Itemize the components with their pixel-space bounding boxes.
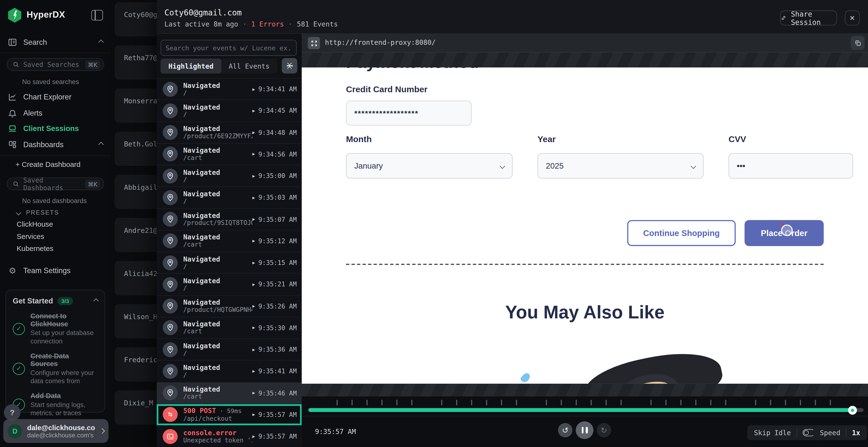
cvv-input[interactable]: ••• xyxy=(728,153,853,179)
sidebar-item-alerts[interactable]: Alerts xyxy=(8,108,42,118)
session-card[interactable]: Retha77@ xyxy=(115,45,156,79)
timeline-track[interactable] xyxy=(308,408,864,412)
shortcut-badge: ⌘K xyxy=(85,60,100,69)
help-button[interactable]: ? xyxy=(4,404,21,421)
tab-highlighted[interactable]: Highlighted xyxy=(161,59,222,73)
playback-timeline[interactable] xyxy=(302,397,868,416)
user-chip[interactable]: D dale@clickhouse.com dale@clickhouse.co… xyxy=(3,419,108,443)
preset-item[interactable]: Kubernetes xyxy=(17,244,54,253)
event-title: Navigated xyxy=(183,190,252,198)
session-card[interactable]: Andre21@ xyxy=(115,218,156,252)
product-image-drop xyxy=(520,372,531,384)
replay-panel: http://frontend-proxy:8080/ Payment Meth… xyxy=(302,34,868,447)
event-row[interactable]: Navigated/▶9:35:03 AM xyxy=(157,187,302,209)
event-title: Navigated xyxy=(183,125,252,133)
play-icon: ▶ xyxy=(252,369,255,374)
event-row[interactable]: Navigated/▶9:34:45 AM xyxy=(157,100,302,122)
event-row[interactable]: Navigated/▶9:35:21 AM xyxy=(157,274,302,296)
credit-card-label: Credit Card Number xyxy=(346,84,428,94)
event-row[interactable]: Navigated/cart▶9:35:30 AM xyxy=(157,317,302,339)
get-started-item[interactable]: ✓Add DataStart sending logs, metrics, or… xyxy=(13,392,98,417)
sidebar-item-team-settings[interactable]: ⚙ Team Settings xyxy=(8,266,71,275)
sidebar-item-search[interactable]: Search xyxy=(8,38,103,47)
event-row[interactable]: Navigated/▶9:35:36 AM xyxy=(157,339,302,360)
event-row[interactable]: Navigated/▶9:35:00 AM xyxy=(157,165,302,187)
sidebar-item-dashboards[interactable]: Dashboards xyxy=(8,140,103,149)
check-circle-icon: ✓ xyxy=(13,323,25,335)
event-row[interactable]: Navigated/product/9SIQT8TOJO▶9:35:07 AM xyxy=(157,209,302,231)
loop-button[interactable]: ↻ xyxy=(597,423,611,437)
event-title: Navigated xyxy=(183,212,252,220)
event-timestamp: ▶9:35:41 AM xyxy=(252,367,297,375)
skip-idle-button[interactable]: Skip Idle xyxy=(747,425,821,440)
saved-searches-input[interactable]: Saved Searches ⌘K xyxy=(7,58,104,71)
pause-icon xyxy=(582,427,584,434)
credit-card-input[interactable]: ****************** xyxy=(346,101,472,126)
event-row[interactable]: Navigated/product/HQTGWGPNH4▶9:35:26 AM xyxy=(157,296,302,317)
session-card[interactable]: Monserra xyxy=(115,89,156,123)
rewind-button[interactable]: ↺ xyxy=(558,423,572,437)
timeline-knob[interactable] xyxy=(848,406,857,414)
event-path: /product/9SIQT8TOJO xyxy=(183,220,252,227)
navigation-pin-icon xyxy=(163,386,178,401)
session-card[interactable]: Abbigail xyxy=(115,175,156,209)
play-icon: ▶ xyxy=(252,304,255,309)
sidebar-collapse-icon[interactable] xyxy=(91,10,103,21)
tab-all-events[interactable]: All Events xyxy=(221,59,277,73)
share-session-label: Share Session xyxy=(791,10,836,26)
navigation-pin-icon xyxy=(163,234,178,248)
event-row[interactable]: Navigated/▶9:35:15 AM xyxy=(157,252,302,274)
laptop-icon xyxy=(8,124,17,133)
get-started-item[interactable]: ✓Create Data SourcesConfigure where your… xyxy=(13,352,98,385)
sidebar-item-label: Team Settings xyxy=(23,267,70,275)
event-search-input[interactable]: Search your events w/ Lucene ex. colum xyxy=(161,40,297,56)
navigation-pin-icon xyxy=(163,364,178,379)
event-row[interactable]: Navigated/cart▶9:34:56 AM xyxy=(157,143,302,165)
event-row[interactable]: Navigated/cart▶9:35:46 AM xyxy=(157,382,302,404)
session-card[interactable]: Wilson_H xyxy=(115,304,156,338)
pause-button[interactable] xyxy=(576,421,593,439)
event-timestamp: ▶9:34:45 AM xyxy=(252,107,297,115)
create-dashboard-button[interactable]: + Create Dashboard xyxy=(16,161,81,169)
speed-button[interactable]: Speed 1x xyxy=(813,425,867,440)
chevron-up-icon[interactable] xyxy=(93,299,99,304)
copy-icon[interactable] xyxy=(851,36,865,49)
divider xyxy=(0,53,111,53)
close-button[interactable]: × xyxy=(845,10,860,26)
current-time: 9:35:57 AM xyxy=(315,428,356,436)
event-row[interactable]: Navigated/▶9:34:41 AM xyxy=(157,78,302,100)
event-row[interactable]: 500 POST · 59ms/api/checkout▶9:35:57 AM xyxy=(157,404,302,426)
month-label: Month xyxy=(346,134,372,144)
chevron-down-icon xyxy=(16,209,22,215)
saved-dashboards-input[interactable]: Saved Dashboards ⌘K xyxy=(7,177,104,190)
play-icon: ▶ xyxy=(252,152,255,157)
event-timestamp: ▶9:35:57 AM xyxy=(252,411,297,419)
sidebar-item-chart-explorer[interactable]: Chart Explorer xyxy=(8,92,71,102)
event-title: Navigated xyxy=(183,234,252,241)
share-session-button[interactable]: Share Session xyxy=(780,10,837,26)
session-card[interactable]: Dixie_M xyxy=(115,390,156,424)
event-row[interactable]: console.errorUnexpected token 'I'…▶9:35:… xyxy=(157,426,302,447)
sidebar: HyperDX Search Saved Searches ⌘K No save… xyxy=(0,0,111,447)
event-row[interactable]: Navigated/product/6E92ZMYYFZ▶9:34:48 AM xyxy=(157,122,302,143)
preset-item[interactable]: Services xyxy=(17,232,54,240)
event-count: 581 Events xyxy=(297,21,338,28)
play-icon: ▶ xyxy=(252,173,255,178)
session-card[interactable]: Alicia42 xyxy=(115,261,156,295)
event-row[interactable]: Navigated/▶9:35:41 AM xyxy=(157,361,302,382)
http-request-icon xyxy=(163,407,178,422)
month-select[interactable]: January xyxy=(346,153,513,179)
collapse-events-button[interactable] xyxy=(282,58,297,73)
sidebar-item-client-sessions[interactable]: Client Sessions xyxy=(8,124,79,133)
event-path: Unexpected token 'I'… xyxy=(183,437,252,444)
event-row[interactable]: Navigated/cart▶9:35:12 AM xyxy=(157,231,302,252)
get-started-item[interactable]: ✓Connect to ClickHouseSet up your databa… xyxy=(13,312,98,345)
expand-icon[interactable] xyxy=(308,37,320,49)
presets-toggle[interactable]: PRESETS xyxy=(17,209,59,216)
session-card[interactable]: Frederic xyxy=(115,347,156,381)
session-card[interactable]: Coty60@g xyxy=(115,2,156,36)
continue-shopping-button[interactable]: Continue Shopping xyxy=(627,220,736,246)
preset-item[interactable]: ClickHouse xyxy=(17,220,54,228)
session-card[interactable]: Beth.Gol xyxy=(115,132,156,166)
year-select[interactable]: 2025 xyxy=(537,153,704,179)
